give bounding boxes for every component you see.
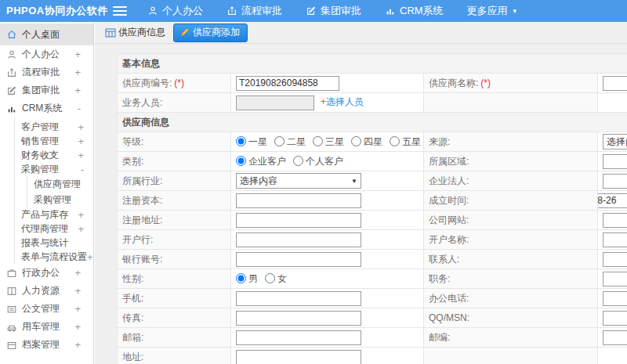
level-radio-input-4[interactable] xyxy=(390,136,400,146)
established-date-input[interactable] xyxy=(598,193,627,208)
sidebar-item-agent-mgmt[interactable]: 代理商管理+ xyxy=(15,222,93,236)
expander-icon[interactable]: + xyxy=(78,223,84,235)
topbar-item-personal-office[interactable]: 个人办公 xyxy=(147,4,203,18)
sidebar-item-document-mgmt[interactable]: 公文管理+ xyxy=(0,300,93,318)
registered-capital-input[interactable] xyxy=(236,193,361,208)
level-radio-1[interactable]: 二星 xyxy=(274,136,306,147)
sidebar-item-finance-mgmt[interactable]: 财务收支+ xyxy=(15,148,93,162)
expander-icon[interactable]: - xyxy=(78,103,81,114)
supplier-name-input[interactable] xyxy=(603,76,627,91)
level-radio-2[interactable]: 三星 xyxy=(313,136,344,147)
topbar-item-group-approval[interactable]: 集团审批 xyxy=(306,4,361,18)
industry-select[interactable]: 选择内容▼ xyxy=(236,173,361,189)
position-input[interactable] xyxy=(603,272,627,287)
level-radio-input-2[interactable] xyxy=(313,136,323,146)
contact-input[interactable] xyxy=(603,252,627,267)
region-input[interactable] xyxy=(603,154,627,169)
registered-address-input[interactable] xyxy=(236,213,361,228)
radio-label: 一星 xyxy=(248,136,267,147)
expander-icon[interactable]: + xyxy=(74,339,81,351)
sidebar-item-supplier-mgmt[interactable]: 供应商管理 xyxy=(27,176,93,192)
sidebar-item-label: 报表与统计 xyxy=(21,236,68,250)
gender-radio-1[interactable]: 女 xyxy=(265,273,287,284)
sidebar-item-form-workflow-settings[interactable]: 表单与流程设置+ xyxy=(15,250,93,264)
sidebar-item-purchasing-mgmt[interactable]: 采购管理 xyxy=(27,192,93,207)
gender-radio-input-0[interactable] xyxy=(236,273,246,283)
sidebar-item-customer-mgmt[interactable]: 客户管理+ xyxy=(15,120,93,134)
level-radio-input-3[interactable] xyxy=(351,136,361,146)
expander-icon[interactable]: + xyxy=(74,285,81,297)
bank-account-input[interactable] xyxy=(236,252,361,267)
category-radio-1[interactable]: 个人客户 xyxy=(293,156,343,167)
qq-msn-input[interactable] xyxy=(603,311,627,326)
expander-icon[interactable]: + xyxy=(78,150,84,161)
field-label-cell: 公司网站: xyxy=(424,211,598,230)
sidebar-item-vehicle-mgmt[interactable]: 用车管理+ xyxy=(0,318,93,336)
sidebar-item-crm-system[interactable]: CRM系统- xyxy=(0,99,93,117)
expander-icon[interactable]: + xyxy=(74,267,81,279)
account-name-input[interactable] xyxy=(603,232,627,247)
expander-icon[interactable]: + xyxy=(74,321,81,333)
sidebar-item-label: 档案管理 xyxy=(22,338,60,351)
topbar-item-more-apps[interactable]: 更多应用▾ xyxy=(467,4,517,18)
company-website-input[interactable] xyxy=(603,213,627,228)
radio-label: 男 xyxy=(248,273,258,284)
sidebar-item-personal-desktop[interactable]: 个人桌面 xyxy=(0,23,93,45)
sidebar-item-product-inventory[interactable]: 产品与库存+ xyxy=(15,207,93,222)
expander-icon[interactable]: + xyxy=(74,67,81,78)
staff-input[interactable] xyxy=(236,96,314,110)
mobile-input[interactable] xyxy=(236,291,361,306)
gender-radio-input-1[interactable] xyxy=(265,273,275,283)
email-input[interactable] xyxy=(236,330,361,345)
gender-radio-0[interactable]: 男 xyxy=(236,273,258,284)
level-radio-input-1[interactable] xyxy=(274,136,285,146)
level-radio-0[interactable]: 一星 xyxy=(236,136,267,147)
sidebar-item-archive-mgmt[interactable]: 档案管理+ xyxy=(0,336,93,354)
fax-input[interactable] xyxy=(236,311,361,326)
expander-icon[interactable]: + xyxy=(74,303,81,315)
postcode-input[interactable] xyxy=(603,330,627,345)
topbar-item-workflow-approval[interactable]: 流程审批 xyxy=(227,4,282,18)
address-input[interactable] xyxy=(236,350,361,364)
tab-supplier-info[interactable]: 供应商信息 xyxy=(105,26,165,39)
topbar-item-crm-system[interactable]: CRM系统 xyxy=(385,4,444,18)
top-navigation-bar: PHPOA协同办公软件 个人办公流程审批集团审批CRM系统更多应用▾ xyxy=(0,0,627,22)
expander-icon[interactable]: + xyxy=(87,251,93,263)
source-select[interactable]: 选择内容▼ xyxy=(603,134,627,150)
field-label: QQ/MSN: xyxy=(429,312,469,323)
radio-label: 二星 xyxy=(287,136,306,147)
sidebar-item-sales-mgmt[interactable]: 销售管理+ xyxy=(15,134,93,148)
category-radio-0[interactable]: 企业客户 xyxy=(236,156,286,167)
sidebar-item-personal-office[interactable]: 个人办公+ xyxy=(0,45,93,63)
expander-icon[interactable]: + xyxy=(78,121,84,133)
level-radio-4[interactable]: 五星 xyxy=(390,136,421,147)
sidebar-item-group-approval[interactable]: 集团审批+ xyxy=(0,81,93,99)
form-row: 所属行业:选择内容▼企业法人: xyxy=(118,171,627,191)
bank-input[interactable] xyxy=(236,232,361,247)
expander-icon[interactable]: + xyxy=(74,85,81,96)
expander-icon[interactable]: + xyxy=(78,135,84,147)
sidebar-item-admin-office[interactable]: 行政办公+ xyxy=(0,264,93,282)
expander-icon[interactable]: - xyxy=(81,164,84,175)
supplier-code-input[interactable] xyxy=(236,76,339,91)
legal-person-input[interactable] xyxy=(603,174,627,189)
expander-icon[interactable]: + xyxy=(74,49,81,60)
sidebar-item-reports-stats[interactable]: 报表与统计 xyxy=(15,236,93,250)
level-radio-input-0[interactable] xyxy=(236,136,246,146)
category-radio-input-1[interactable] xyxy=(293,156,303,166)
hamburger-menu-icon[interactable] xyxy=(113,6,127,16)
sidebar-submenu: 客户管理+销售管理+财务收支+采购管理-供应商管理采购管理产品与库存+代理商管理… xyxy=(14,117,93,264)
tab-supplier-add[interactable]: 供应商添加 xyxy=(173,23,248,42)
select-staff-link[interactable]: +选择人员 xyxy=(321,96,364,107)
level-radio-3[interactable]: 四星 xyxy=(351,136,382,147)
sidebar-item-label: CRM系统 xyxy=(22,102,62,115)
sidebar-item-procurement-mgmt[interactable]: 采购管理- xyxy=(15,162,93,176)
field-label: 注册资本: xyxy=(122,195,162,206)
expander-icon[interactable]: + xyxy=(78,209,84,221)
category-radio-input-0[interactable] xyxy=(236,156,246,166)
form-row: 注册资本:成立时间: xyxy=(118,191,627,211)
sidebar-item-label: 集团审批 xyxy=(22,84,60,97)
sidebar-item-human-resources[interactable]: 人力资源+ xyxy=(0,282,93,300)
office-phone-input[interactable] xyxy=(603,291,627,306)
sidebar-item-workflow-approval[interactable]: 流程审批+ xyxy=(0,63,93,81)
